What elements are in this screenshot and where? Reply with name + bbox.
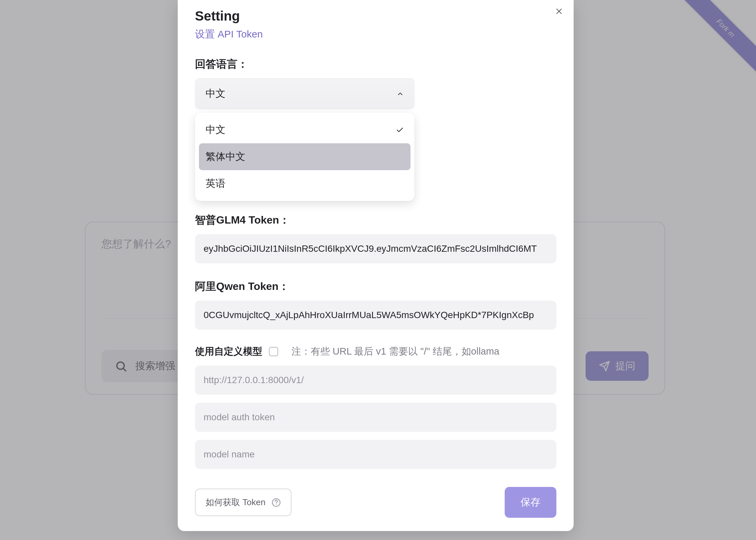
language-select-value: 中文 [206, 87, 226, 100]
custom-model-note: 注：有些 URL 最后 v1 需要以 "/" 结尾，如ollama [291, 345, 499, 358]
save-button[interactable]: 保存 [505, 487, 556, 518]
answer-language-label: 回答语言： [195, 57, 556, 71]
language-select[interactable]: 中文 [195, 78, 414, 109]
custom-model-inputs [195, 365, 556, 469]
qwen-token-label: 阿里Qwen Token： [195, 279, 556, 294]
custom-model-checkbox[interactable] [269, 347, 278, 356]
custom-model-label: 使用自定义模型 [195, 345, 262, 358]
howto-token-label: 如何获取 Token [206, 496, 266, 508]
modal-subtitle: 设置 API Token [195, 28, 556, 41]
custom-name-input[interactable] [195, 440, 556, 469]
answer-language-field: 回答语言： 中文 中文 繁体中文 英语 [195, 57, 556, 201]
language-option-label: 繁体中文 [206, 150, 245, 164]
chevron-up-icon [396, 90, 404, 97]
modal-footer: 如何获取 Token 保存 [195, 487, 556, 518]
language-option-zh[interactable]: 中文 [199, 116, 410, 143]
close-icon [555, 7, 563, 15]
glm4-token-input[interactable] [195, 234, 556, 263]
glm4-token-label: 智普GLM4 Token： [195, 213, 556, 227]
close-button[interactable] [552, 5, 566, 18]
check-icon [396, 126, 404, 134]
language-dropdown: 中文 繁体中文 英语 [195, 112, 414, 201]
glm4-token-field: 智普GLM4 Token： [195, 213, 556, 263]
language-option-zh-trad[interactable]: 繁体中文 [199, 143, 410, 170]
language-option-en[interactable]: 英语 [199, 170, 410, 197]
custom-url-input[interactable] [195, 365, 556, 395]
language-option-label: 英语 [206, 177, 226, 191]
qwen-token-field: 阿里Qwen Token： [195, 279, 556, 330]
modal-title: Setting [195, 9, 556, 24]
settings-modal: Setting 设置 API Token 回答语言： 中文 中文 繁体中文 英语… [178, 0, 574, 531]
help-icon [271, 498, 281, 507]
howto-token-button[interactable]: 如何获取 Token [195, 488, 291, 516]
custom-auth-input[interactable] [195, 403, 556, 432]
save-label: 保存 [521, 496, 540, 507]
qwen-token-input[interactable] [195, 301, 556, 330]
language-option-label: 中文 [206, 123, 226, 137]
custom-model-row: 使用自定义模型 注：有些 URL 最后 v1 需要以 "/" 结尾，如ollam… [195, 345, 556, 358]
